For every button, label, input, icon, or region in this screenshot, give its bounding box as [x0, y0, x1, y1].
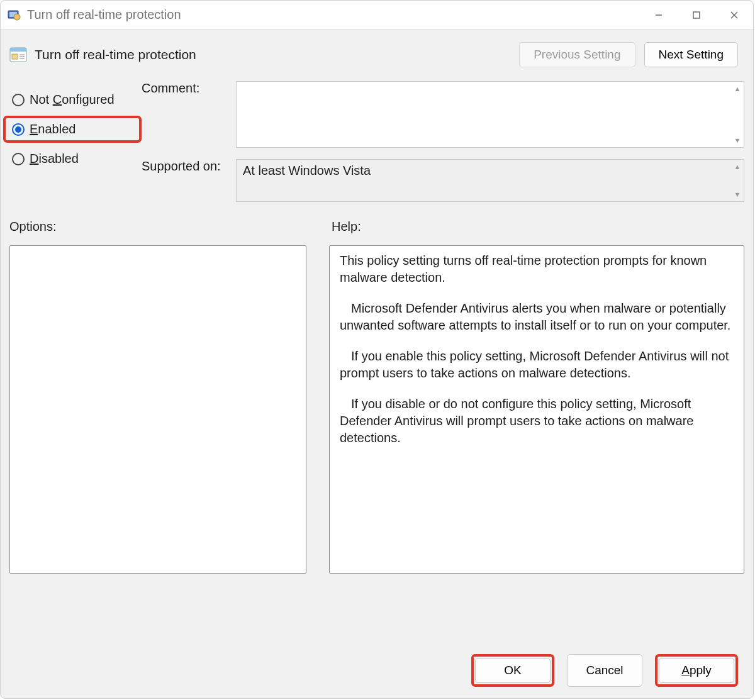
- scroll-down-icon[interactable]: ▼: [733, 190, 742, 199]
- policy-icon: [9, 46, 27, 64]
- policy-editor-window: Turn off real-time protection: [0, 0, 754, 699]
- footer-buttons: OK Cancel Apply: [471, 654, 738, 687]
- title-controls: [640, 1, 753, 30]
- comment-input[interactable]: ▲ ▼: [236, 81, 744, 148]
- window-title: Turn off real-time protection: [27, 8, 181, 22]
- cancel-button[interactable]: Cancel: [567, 654, 642, 687]
- radio-not-configured[interactable]: Not Configured: [9, 84, 142, 116]
- svg-point-2: [14, 14, 20, 20]
- help-paragraph: If you disable or do not configure this …: [340, 396, 734, 447]
- close-button[interactable]: [715, 1, 753, 30]
- minimize-button[interactable]: [640, 1, 678, 30]
- radio-disabled[interactable]: Disabled: [9, 143, 142, 175]
- radio-enabled[interactable]: Enabled: [3, 116, 142, 143]
- svg-rect-9: [12, 54, 18, 59]
- radio-icon: [12, 153, 25, 165]
- radio-icon: [12, 123, 25, 136]
- titlebar: Turn off real-time protection: [1, 1, 753, 30]
- ok-button[interactable]: OK: [475, 658, 551, 683]
- supported-on-box: At least Windows Vista ▲ ▼: [236, 159, 744, 202]
- radio-label: Disabled: [30, 152, 79, 166]
- header-row: Turn off real-time protection Previous S…: [1, 30, 753, 74]
- previous-setting-button: Previous Setting: [519, 42, 635, 67]
- comment-label: Comment:: [142, 81, 236, 148]
- supported-label: Supported on:: [142, 159, 236, 202]
- svg-rect-8: [10, 48, 26, 52]
- help-paragraph: Microsoft Defender Antivirus alerts you …: [340, 300, 734, 334]
- scroll-down-icon[interactable]: ▼: [733, 136, 742, 145]
- help-paragraph: This policy setting turns off real-time …: [340, 252, 734, 286]
- svg-rect-4: [693, 12, 700, 18]
- help-paragraph: If you enable this policy setting, Micro…: [340, 348, 734, 382]
- radio-label: Not Configured: [30, 92, 115, 107]
- options-label: Options:: [9, 219, 306, 234]
- next-setting-button[interactable]: Next Setting: [644, 42, 739, 67]
- help-pane: This policy setting turns off real-time …: [329, 245, 744, 574]
- radio-label: Enabled: [30, 122, 76, 136]
- maximize-button[interactable]: [678, 1, 715, 30]
- options-pane: [9, 245, 306, 574]
- help-label: Help:: [332, 219, 361, 234]
- policy-title: Turn off real-time protection: [35, 47, 196, 62]
- state-radios: Not Configured Enabled Disabled: [9, 79, 142, 213]
- apply-button[interactable]: Apply: [659, 658, 734, 683]
- radio-icon: [12, 94, 25, 106]
- app-icon: [7, 8, 21, 22]
- scroll-up-icon[interactable]: ▲: [733, 162, 742, 171]
- scroll-up-icon[interactable]: ▲: [733, 84, 742, 93]
